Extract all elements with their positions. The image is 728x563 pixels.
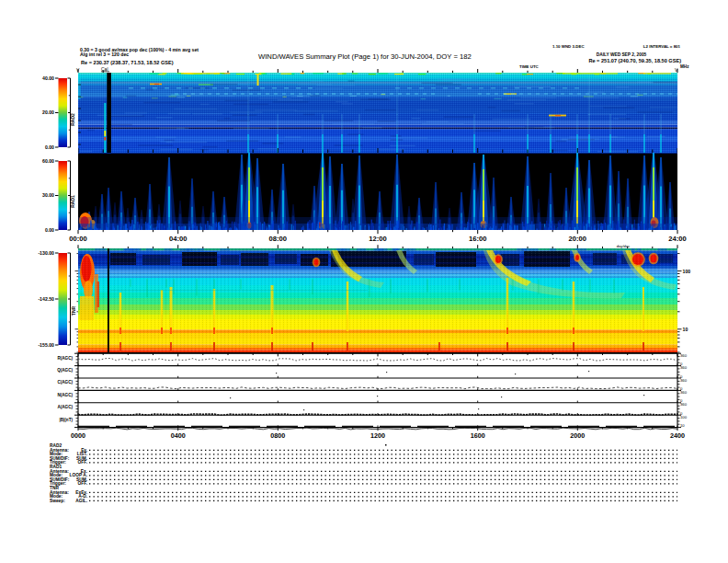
- svg-text:Sweep:: Sweep:: [50, 499, 65, 503]
- svg-text:0000: 0000: [71, 431, 85, 440]
- svg-text:-155.00: -155.00: [38, 342, 54, 348]
- svg-text:Q(AGC): Q(AGC): [57, 368, 73, 373]
- svg-text:DAILY WED SEP 2, 2005: DAILY WED SEP 2, 2005: [597, 52, 647, 57]
- svg-text:2000: 2000: [570, 431, 585, 440]
- svg-text:0.00: 0.00: [45, 144, 54, 150]
- svg-text:0400: 0400: [171, 431, 186, 440]
- svg-text:Alg int rel 3 = 120 dec: Alg int rel 3 = 120 dec: [80, 52, 129, 57]
- svg-text:360: 360: [680, 378, 688, 383]
- svg-text:Re = 230.37 (238.37, 71.53,: Re = 230.37 (238.37, 71.53, 18.52 GSE): [81, 60, 174, 65]
- svg-text:10: 10: [683, 327, 688, 332]
- svg-text:V: V: [76, 67, 80, 73]
- svg-text:C(AGC): C(AGC): [57, 380, 73, 385]
- svg-text:TNR: TNR: [71, 305, 76, 316]
- svg-text:MHz: MHz: [680, 64, 689, 69]
- svg-text:360: 360: [680, 365, 688, 370]
- svg-text:TIME UTC: TIME UTC: [519, 64, 540, 69]
- svg-text:10: 10: [680, 423, 685, 428]
- svg-text:00:00: 00:00: [69, 235, 86, 243]
- svg-text:0.00: 0.00: [45, 227, 54, 233]
- svg-text:12:00: 12:00: [369, 235, 386, 243]
- svg-text:Cal: Cal: [101, 66, 108, 72]
- svg-text:24:00: 24:00: [668, 235, 686, 243]
- svg-text:08:00: 08:00: [269, 235, 287, 243]
- svg-text:360: 360: [680, 390, 688, 395]
- svg-text:RAD2: RAD2: [70, 113, 75, 126]
- svg-text:100: 100: [680, 415, 688, 419]
- svg-text:|B|(nT): |B|(nT): [59, 418, 73, 422]
- svg-text:OFF.: OFF.: [78, 460, 87, 465]
- svg-text:Re = 251.07 (240.70, 59.35,: Re = 251.07 (240.70, 59.35, 18.50 GSE): [588, 58, 681, 63]
- svg-text:1200: 1200: [370, 431, 385, 440]
- svg-text:RAD1: RAD1: [70, 195, 75, 208]
- svg-text:OFF.: OFF.: [78, 481, 87, 486]
- svg-text:A(AGC): A(AGC): [57, 405, 73, 409]
- svg-text:30.00: 30.00: [42, 192, 54, 198]
- svg-text:60.00: 60.00: [42, 158, 54, 164]
- svg-text:1600: 1600: [471, 431, 485, 440]
- svg-text:100: 100: [683, 269, 691, 274]
- svg-text:0800: 0800: [270, 431, 285, 440]
- svg-text:WIND/WAVES Summary Plot (Page: WIND/WAVES Summary Plot (Page 1) for 30-…: [258, 52, 472, 61]
- svg-text:04:00: 04:00: [169, 235, 187, 243]
- svg-text:AGIL.: AGIL.: [75, 499, 87, 503]
- svg-text:360: 360: [680, 353, 688, 358]
- svg-text:40.00: 40.00: [42, 75, 54, 81]
- svg-text:1.10 WND 3-DEC: 1.10 WND 3-DEC: [552, 44, 585, 49]
- svg-text:-130.00: -130.00: [38, 250, 54, 256]
- svg-text:16:00: 16:00: [469, 235, 486, 243]
- svg-text:20.00: 20.00: [42, 109, 54, 115]
- svg-text:R(AGC): R(AGC): [57, 356, 73, 361]
- svg-text:360: 360: [680, 402, 688, 407]
- svg-text:20:00: 20:00: [569, 235, 586, 243]
- svg-text:2400: 2400: [670, 431, 685, 440]
- svg-text:L2 INTERVAL = 801: L2 INTERVAL = 801: [643, 44, 681, 49]
- svg-text:-142.50: -142.50: [38, 296, 54, 302]
- svg-text:N(AGC): N(AGC): [57, 393, 73, 397]
- svg-text:day/dec: day/dec: [617, 244, 631, 248]
